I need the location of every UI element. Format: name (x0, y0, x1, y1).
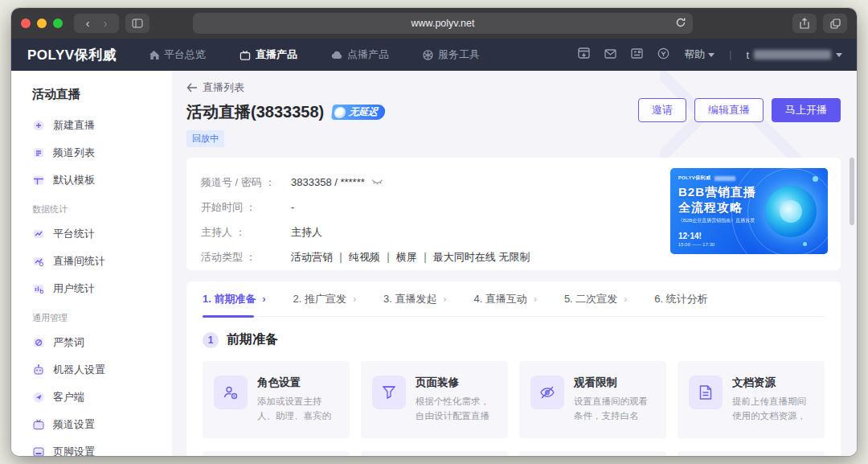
mail-icon[interactable] (604, 47, 616, 62)
step-6-analytics[interactable]: 6. 统计分析 (654, 281, 707, 317)
no-delay-badge-icon (334, 107, 346, 118)
caret-down-icon (708, 53, 714, 57)
card-page-embed[interactable]: 页面嵌入 (678, 451, 825, 456)
zoom-window-button[interactable] (53, 18, 63, 28)
chevron-right-icon: › (262, 294, 265, 305)
sidebar-item-channel-settings[interactable]: 频道设置 (11, 411, 172, 438)
nav-item-live-products[interactable]: 直播产品 (240, 47, 297, 62)
invite-button[interactable]: 邀请 (638, 98, 686, 122)
sidebar-item-channel-list[interactable]: 频道列表 (11, 139, 172, 166)
card-role-settings[interactable]: 角色设置 添加或设置主持人、助理、嘉宾的信息，以及新增助... (203, 361, 350, 438)
edit-live-button[interactable]: 编辑直播 (694, 98, 764, 122)
password-eye-off-icon[interactable] (371, 170, 383, 195)
chevron-right-icon: › (443, 294, 446, 305)
caret-down-icon (836, 53, 842, 57)
robot-icon (32, 363, 45, 376)
breadcrumb[interactable]: 直播列表 (186, 80, 841, 95)
promo-banner[interactable]: POLYV保利威 B2B营销直播 全流程攻略 《B2B企业直播营销指南》直播首发… (670, 168, 828, 254)
banner-dot (803, 242, 807, 246)
back-button[interactable]: ‹ (79, 17, 96, 30)
sidebar-item-room-stats[interactable]: 直播间统计 (11, 248, 172, 275)
tab-overview-button[interactable] (823, 14, 847, 33)
refresh-icon[interactable] (675, 17, 686, 31)
sidebar-item-banned-words[interactable]: 严禁词 (11, 329, 172, 356)
nav-item-vod-products[interactable]: 点播产品 (331, 47, 389, 62)
forward-button[interactable]: › (96, 17, 114, 30)
sidebar-item-new-live[interactable]: 新建直播 (11, 112, 172, 139)
history-nav-group: ‹ › (74, 14, 119, 33)
step-2-promotion[interactable]: 2. 推广宣发 › (293, 281, 355, 317)
status-badge: 回放中 (186, 130, 224, 147)
banner-subtitle: 《B2B企业直播营销指南》直播首发 (678, 217, 755, 224)
browser-chrome: ‹ › www.polyv.net (11, 8, 857, 39)
channel-list-icon (32, 146, 45, 159)
scrollbar-thumb[interactable] (850, 158, 854, 225)
nav-item-platform-overview[interactable]: 平台总览 (149, 47, 206, 62)
traffic-lights (21, 18, 63, 28)
sidebar-item-user-stats[interactable]: 用户统计 (11, 275, 172, 302)
minimize-window-button[interactable] (37, 18, 47, 28)
section-heading: 1 前期准备 (203, 331, 825, 348)
banner-time: 15:00 —— 17:30 (678, 242, 714, 247)
back-arrow-icon (186, 83, 198, 92)
start-live-button[interactable]: 马上开播 (772, 98, 841, 122)
card-page-decoration[interactable]: 页面装修 根据个性化需求，自由设计配置直播间元素。支持自... (361, 361, 508, 438)
sidebar-toggle-button[interactable] (125, 14, 149, 33)
role-settings-icon (214, 376, 248, 409)
platform-stats-icon (32, 228, 45, 240)
footer-settings-icon (32, 446, 45, 456)
feature-cards-row2: 防录屏 聊天室设置 (203, 451, 825, 456)
main-content: 直播列表 活动直播(3833358) 无延迟 回放中 邀请 编辑直播 马上开播 … (172, 71, 857, 456)
process-card: 1. 前期准备 › 2. 推广宣发 › 3. 直播发起 › 4. 直播互动 › (186, 281, 841, 456)
step-5-repromotion[interactable]: 5. 二次宣发 › (564, 281, 627, 317)
page-decorate-icon (372, 376, 406, 409)
header-actions: 邀请 编辑直播 马上开播 (638, 98, 841, 122)
close-window-button[interactable] (21, 18, 31, 28)
service-circle-icon[interactable] (657, 47, 669, 63)
chrome-right-buttons (792, 14, 847, 33)
cloud-icon (331, 51, 342, 60)
no-delay-badge: 无延迟 (331, 105, 386, 120)
card-anti-screen-record[interactable]: 防录屏 (203, 451, 350, 456)
step-3-launch[interactable]: 3. 直播发起 › (383, 281, 446, 317)
nav-item-service-tools[interactable]: 服务工具 (423, 47, 480, 62)
banner-dot (813, 176, 818, 182)
card-watch-page-settings[interactable]: 观看页设置 (519, 451, 666, 456)
sidebar-item-client[interactable]: 客户端 (11, 384, 172, 411)
card-watch-restriction[interactable]: 观看限制 设置直播间的观看条件，支持白名单、报名观看、验... (519, 361, 666, 438)
step-1-preparation[interactable]: 1. 前期准备 › (203, 281, 265, 317)
user-menu[interactable]: t (746, 49, 842, 61)
browser-window: ‹ › www.polyv.net POLYV保利威 平台总览 (11, 8, 857, 456)
polyv-logo[interactable]: POLYV保利威 (27, 46, 117, 64)
divider: | (729, 49, 731, 60)
watch-limit-eye-off-icon (530, 376, 564, 409)
sidebar-section-general: 通用管理 (11, 302, 172, 329)
sidebar-item-default-template[interactable]: 默认模板 (11, 166, 172, 194)
chevron-right-icon: › (624, 294, 627, 305)
steps-bar: 1. 前期准备 › 2. 推广宣发 › 3. 直播发起 › 4. 直播互动 › (203, 281, 825, 317)
live-tv-icon (240, 50, 251, 60)
share-button[interactable] (792, 14, 817, 33)
storage-icon[interactable] (578, 47, 590, 62)
appnav-right: 帮助 | t (578, 47, 842, 63)
share-icon (800, 18, 809, 29)
card-chatroom-settings[interactable]: 聊天室设置 (361, 451, 508, 456)
sidebar-item-footer-settings[interactable]: 页脚设置 (11, 438, 172, 456)
step-4-interaction[interactable]: 4. 直播互动 › (473, 281, 536, 317)
card-document-resources[interactable]: 文档资源 提前上传直播期间使用的文档资源，减少直播中的失... (678, 361, 825, 438)
chevron-right-icon: › (353, 294, 356, 305)
account-card-icon[interactable] (631, 47, 643, 62)
doc-resource-icon (689, 376, 723, 409)
sidebar-item-platform-stats[interactable]: 平台统计 (11, 220, 172, 248)
shield-icon (423, 50, 433, 60)
user-stats-icon (32, 282, 45, 295)
banner-title-line1: B2B营销直播 (678, 185, 756, 200)
sidebar-item-robot-settings[interactable]: 机器人设置 (11, 356, 172, 384)
feature-cards-row1: 角色设置 添加或设置主持人、助理、嘉宾的信息，以及新增助... 页面装修 根据个… (203, 361, 825, 438)
section-number-badge: 1 (203, 332, 219, 348)
page-title: 活动直播(3833358) (186, 101, 324, 123)
banner-brand: POLYV保利威 (678, 175, 735, 182)
url-bar[interactable]: www.polyv.net (193, 13, 693, 34)
sidebar-icon (132, 18, 143, 28)
help-menu[interactable]: 帮助 (684, 47, 714, 62)
